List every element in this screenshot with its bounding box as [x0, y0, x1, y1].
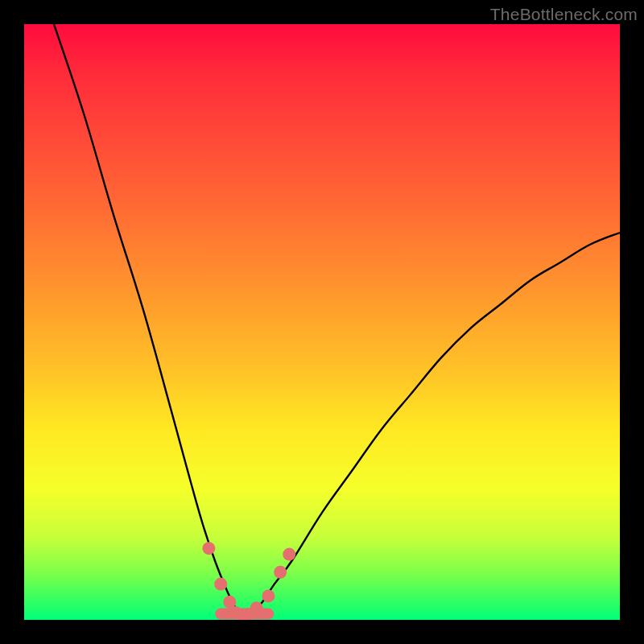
watermark-text: TheBottleneck.com — [490, 5, 638, 24]
marker-dot — [262, 589, 275, 602]
marker-dot — [283, 548, 295, 561]
marker-dot — [214, 578, 227, 591]
highlighted-points — [202, 542, 295, 620]
chart-frame: TheBottleneck.com — [0, 0, 644, 644]
marker-dot — [250, 601, 263, 614]
bottleneck-curve — [54, 24, 620, 620]
plot-area — [24, 24, 620, 620]
curve-svg — [24, 24, 620, 620]
marker-dot — [202, 542, 215, 555]
marker-dot — [274, 566, 287, 579]
